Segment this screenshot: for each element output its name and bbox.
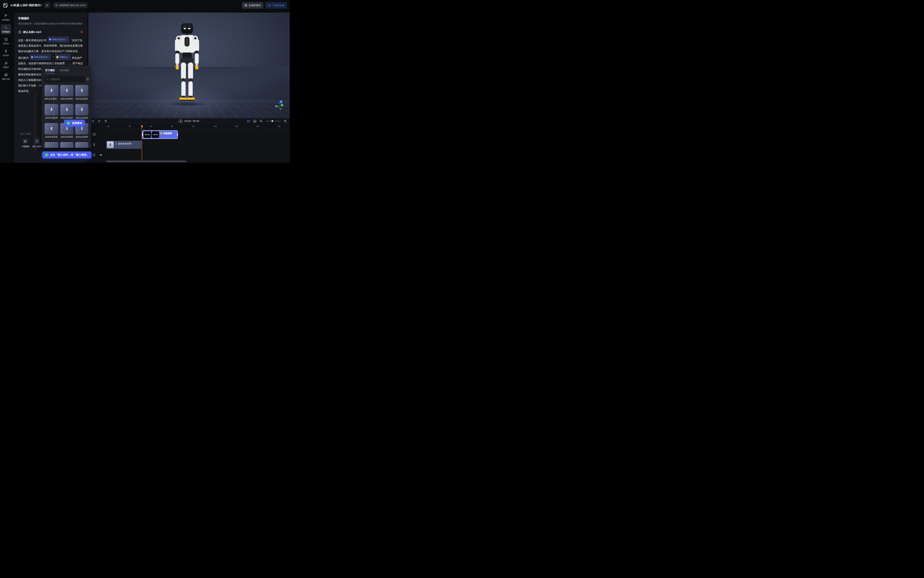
speaker-icon[interactable] [99, 153, 102, 157]
panel-subtitle: 通过音频处理，生成音频素材以及融合动作和表情的音频编排素材 [18, 22, 83, 26]
svg-text:X: X [278, 103, 280, 104]
snap-toggle-icon[interactable] [247, 120, 250, 123]
play-button[interactable] [179, 119, 183, 123]
guide-connector-line [54, 97, 54, 120]
expression-tag-icon [49, 38, 51, 41]
search-box[interactable] [44, 76, 85, 82]
motion-card[interactable]: 超帅走路姿势 [44, 104, 59, 119]
sidebar-item-expression-library[interactable]: 表情库 [1, 36, 11, 46]
timeline-zoom-slider[interactable] [265, 121, 281, 121]
motion-card-partial[interactable] [60, 142, 73, 148]
audio-file-row: 默认名称1.mp3 [18, 31, 83, 34]
deploy-button[interactable]: 下发到设备 [265, 2, 287, 9]
tab-official-materials[interactable]: 官方素材 [45, 69, 55, 73]
filter-button[interactable] [86, 76, 89, 82]
sidebar: 动作模仿 音频编排 表情库 动作库 音频库 我的任务 [0, 11, 12, 163]
editor-text: 「 [51, 56, 55, 59]
delete-audio-icon[interactable] [80, 31, 83, 34]
motion-card[interactable]: 超帅走路姿势 [44, 123, 59, 138]
play-audio-icon[interactable] [18, 31, 21, 34]
motion-card-thumbnail [60, 85, 73, 96]
panel-actions: AI 一键编排 插入动作 [20, 139, 42, 148]
redo-icon[interactable] [98, 120, 101, 123]
sidebar-item-my-tasks[interactable]: 我的任务 [1, 71, 11, 82]
search-icon [46, 78, 49, 81]
motion-clip[interactable]: 超帅走路姿势 [106, 141, 142, 149]
zoom-slider-thumb[interactable] [272, 120, 273, 122]
material-picker-popup: 官方素材 我的素材 超帅走路姿势... 超帅走路姿势 超帅走路姿势 超帅走路姿势… [42, 65, 91, 148]
expression-tag[interactable]: 哈哈大笑(10s) [30, 54, 51, 60]
axis-gizmo[interactable]: ? Y X [274, 101, 285, 111]
expression-tag[interactable]: 哈哈大笑(10s) [48, 36, 69, 43]
ruler-tick: 12f [234, 125, 238, 127]
sparkle-icon [4, 26, 8, 29]
ai-icon: AI [23, 139, 28, 144]
undo-icon[interactable] [91, 120, 94, 123]
face-screen-icon [4, 38, 8, 41]
sidebar-item-motion-library[interactable]: 动作库 [1, 48, 11, 58]
motion-card-partial[interactable] [44, 142, 59, 148]
timeline-scrollbar-thumb[interactable] [106, 161, 186, 162]
delete-clip-icon[interactable] [104, 120, 107, 123]
guide-step1-insert-hint[interactable]: 1 点击「插入动作」或「插入表情」 [42, 151, 91, 158]
zoom-in-icon[interactable] [284, 120, 287, 123]
motion-card-thumbnail [44, 123, 59, 135]
app-logo [3, 3, 8, 8]
tag-close-icon[interactable] [49, 56, 49, 58]
expression-clip[interactable]: 害羞微笑 [142, 130, 178, 139]
motion-card[interactable]: 超帅走路姿势 [60, 85, 73, 100]
save-disk-icon [244, 4, 247, 6]
motion-card-thumbnail [75, 104, 88, 115]
audio-file-name: 默认名称1.mp3 [23, 31, 78, 34]
playhead[interactable] [142, 125, 142, 161]
sidebar-item-motion-imitation[interactable]: 动作模仿 [1, 12, 11, 23]
editor-text: 环境。 [23, 89, 31, 93]
motion-clip-person-icon [115, 143, 117, 145]
tab-my-materials[interactable]: 我的素材 [60, 69, 69, 73]
motion-card-thumbnail [44, 142, 59, 148]
loop-sync-icon[interactable] [93, 153, 96, 157]
pencil-icon [46, 4, 49, 6]
motion-clip-thumbnail [107, 141, 114, 148]
search-input[interactable] [50, 78, 83, 81]
rename-button[interactable] [44, 2, 50, 8]
sidebar-item-audio-arrange[interactable]: 音频编排 [1, 24, 11, 34]
humanoid-robot [164, 18, 210, 107]
motion-card[interactable]: 超帅走路姿势 [75, 85, 88, 100]
zoom-out-icon[interactable] [259, 120, 263, 123]
guide-step2-select-material[interactable]: 2 选择素材 [64, 120, 85, 127]
panel-title: 音频编排 [18, 16, 83, 20]
motion-card-thumbnail [44, 85, 59, 96]
help-icon[interactable]: ? [280, 101, 282, 103]
track-area[interactable]: 害羞微笑 超帅走路姿势 [106, 129, 290, 163]
save-time-badge: 保存时间 26/01/03 12:01 [52, 2, 88, 8]
motion-card[interactable]: 超帅走路姿势 [75, 104, 88, 119]
material-grid: 超帅走路姿势... 超帅走路姿势 超帅走路姿势 超帅走路姿势 超帅走路姿势 超帅… [42, 85, 91, 148]
insert-motion-button[interactable]: 插入动作 [32, 139, 42, 148]
timeline-scrollbar [106, 161, 288, 162]
motion-tag[interactable]: 弯腰(5s) [55, 54, 71, 60]
timeline-ruler[interactable]: 0f 2f 4f 6f 8f 10f 12f 14f 16f [106, 124, 290, 129]
3d-viewport[interactable]: ? Y X [88, 13, 290, 118]
tag-close-icon[interactable] [68, 56, 70, 58]
one-key-arrange-button[interactable]: AI 一键编排 [20, 139, 30, 148]
tag-close-icon[interactable] [67, 38, 68, 41]
time-display: 00:00 / 00:30 [185, 120, 199, 122]
save-time-text: 保存时间 26/01/03 12:01 [59, 4, 86, 7]
motion-card-partial[interactable] [75, 142, 88, 148]
ruler-tick: 2f [128, 125, 130, 127]
ruler-tick: 8f [192, 125, 194, 127]
synthesize-save-button[interactable]: 合成并保存 [242, 2, 264, 9]
ruler-tick: 16f [277, 125, 280, 127]
sidebar-item-audio-library[interactable]: 音频库 [1, 60, 11, 70]
person-icon [4, 49, 8, 53]
panel-toggle-icon[interactable] [253, 120, 257, 123]
motion-card[interactable]: 超帅走路姿势... [44, 85, 59, 100]
motion-card[interactable]: 超帅走路姿势 [60, 104, 73, 119]
clock-icon [55, 4, 58, 6]
svg-text:Y: Y [281, 104, 283, 106]
task-card-icon [4, 73, 8, 76]
expression-track-icon[interactable] [93, 133, 96, 136]
editor-text: 我们致力于创新，大 [18, 84, 41, 87]
motion-track-icon[interactable] [93, 143, 96, 146]
